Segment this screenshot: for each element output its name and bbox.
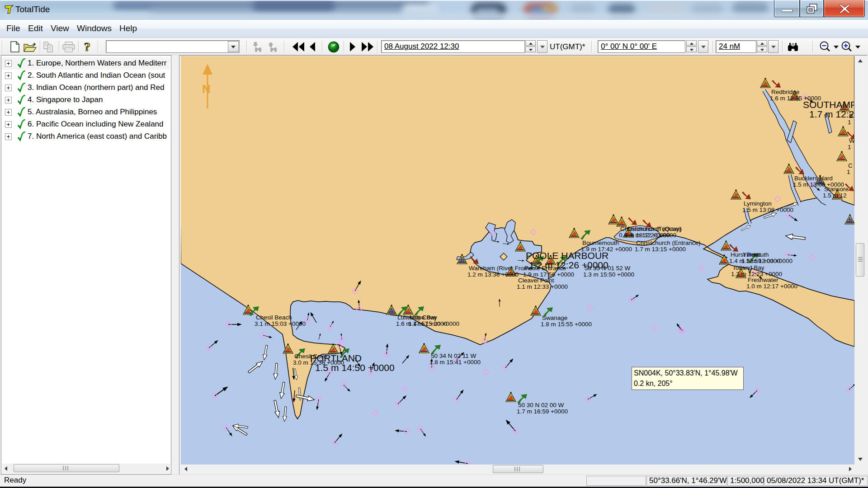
svg-text:Yarmouth: Yarmouth xyxy=(743,251,769,258)
svg-text:Wareham (River Frome: Wareham (River Frome xyxy=(469,265,533,272)
svg-text:1.8 m 15:55 +0000: 1.8 m 15:55 +0000 xyxy=(541,321,592,328)
svg-text:1.4 m 15:20 +0000: 1.4 m 15:20 +0000 xyxy=(408,320,459,327)
svg-text:C: C xyxy=(848,162,853,169)
svg-text:Christchurch (Quay): Christchurch (Quay) xyxy=(627,225,681,232)
svg-text:1: 1 xyxy=(848,144,851,150)
svg-text:Christchurch (Entrance): Christchurch (Entrance) xyxy=(636,239,701,246)
svg-text:Stansore: Stansore xyxy=(824,186,849,192)
svg-text:3.1 m 15:03 +0000: 3.1 m 15:03 +0000 xyxy=(255,320,306,327)
svg-text:Cleavel Point: Cleavel Point xyxy=(518,277,554,284)
svg-text:1.3 m 15:50 +0000: 1.3 m 15:50 +0000 xyxy=(583,271,634,278)
svg-text:1.1 m 12:33 +0000: 1.1 m 12:33 +0000 xyxy=(517,283,568,290)
svg-text:1.7 m 16:59 +0000: 1.7 m 16:59 +0000 xyxy=(517,408,568,415)
svg-text:?: ? xyxy=(84,41,90,53)
svg-text:1.5 m 14:50 +0000: 1.5 m 14:50 +0000 xyxy=(315,362,395,373)
svg-text:Mupe Bay: Mupe Bay xyxy=(410,314,437,321)
svg-text:Bucklers Hard: Bucklers Hard xyxy=(794,175,833,182)
svg-text:1.7 m 12:2: 1.7 m 12:2 xyxy=(809,109,854,119)
svg-text:1: 1 xyxy=(847,169,850,175)
svg-text:Lymington: Lymington xyxy=(744,200,772,207)
svg-text:1.5 m 12:03 +0000: 1.5 m 12:03 +0000 xyxy=(741,258,793,264)
svg-text:1.2 m 12:26 +0000: 1.2 m 12:26 +0000 xyxy=(529,260,609,270)
svg-text:Redbridge: Redbridge xyxy=(771,89,799,95)
svg-text:Swanage: Swanage xyxy=(542,314,567,321)
svg-text:POOLE HARBOUR: POOLE HARBOUR xyxy=(526,250,609,261)
svg-text:1.5 m 13:08 +0000: 1.5 m 13:08 +0000 xyxy=(742,206,793,213)
svg-text:Totland Bay: Totland Bay xyxy=(732,264,764,271)
svg-text:W: W xyxy=(849,137,854,144)
svg-text:PORTLAND: PORTLAND xyxy=(310,353,362,363)
svg-text:50 30 N 02 00 W: 50 30 N 02 00 W xyxy=(518,402,564,408)
svg-text:Freshwater: Freshwater xyxy=(748,277,778,283)
svg-text:0.9 m 12:20 +0000: 0.9 m 12:20 +0000 xyxy=(625,232,676,239)
svg-text:50 34 N 02 11 W: 50 34 N 02 11 W xyxy=(431,352,476,359)
svg-text:1.2 m 13:36 +0000: 1.2 m 13:36 +0000 xyxy=(467,271,519,278)
svg-text:1: 1 xyxy=(848,119,851,126)
svg-text:SOUTHAMPTON: SOUTHAMPTON xyxy=(803,99,854,110)
svg-text:Bournemouth: Bournemouth xyxy=(582,239,619,246)
svg-text:1.0 m 12:17 +0000: 1.0 m 12:17 +0000 xyxy=(746,283,797,290)
svg-text:Chesil Beach: Chesil Beach xyxy=(256,314,292,321)
svg-text:N: N xyxy=(202,82,211,96)
svg-text:1.5 m 12: 1.5 m 12 xyxy=(823,192,847,199)
svg-text:1.8 m 15:41 +0000: 1.8 m 15:41 +0000 xyxy=(429,359,481,366)
svg-text:1.7 m 13:15 +0000: 1.7 m 13:15 +0000 xyxy=(635,246,686,253)
